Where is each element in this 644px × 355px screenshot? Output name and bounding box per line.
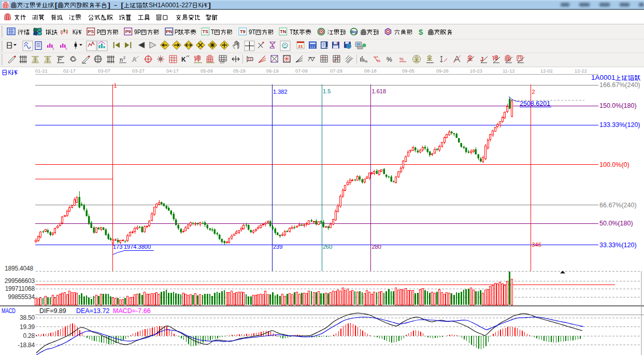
svg-text:173: 173: [113, 244, 122, 250]
svg-text:T9: T9: [240, 29, 246, 34]
svg-text:K: K: [198, 2, 202, 9]
svg-text:1974.3800: 1974.3800: [124, 244, 151, 250]
svg-text:%: %: [387, 56, 392, 63]
svg-text:66.67%(240): 66.67%(240): [599, 202, 637, 209]
svg-text:04-17: 04-17: [166, 68, 179, 74]
svg-text:09-26: 09-26: [436, 68, 449, 74]
svg-text:38.50: 38.50: [20, 314, 35, 321]
svg-text:MACD: MACD: [2, 307, 16, 315]
svg-text:9T: 9T: [249, 29, 256, 36]
svg-text:%: %: [364, 60, 367, 63]
svg-text:299566603: 299566603: [5, 277, 35, 285]
svg-text:12-22: 12-22: [575, 68, 587, 74]
svg-text:02-17: 02-17: [63, 68, 76, 74]
svg-text:2: 2: [123, 56, 125, 60]
svg-text:33.33%(120): 33.33%(120): [599, 242, 637, 249]
svg-text:07-29: 07-29: [330, 68, 342, 74]
svg-text:05-29: 05-29: [233, 68, 246, 74]
svg-text:21: 21: [298, 44, 303, 49]
svg-text:08-18: 08-18: [364, 68, 377, 74]
svg-text:DIF=9.89: DIF=9.89: [39, 307, 66, 315]
svg-text:199711068: 199711068: [5, 285, 35, 292]
svg-text:T: T: [211, 29, 214, 36]
svg-text:150.0%(180): 150.0%(180): [599, 102, 637, 109]
svg-text:1895.4048: 1895.4048: [5, 265, 33, 272]
svg-text:Big: Big: [351, 30, 357, 34]
svg-text:03-07: 03-07: [98, 68, 110, 74]
svg-text:K: K: [8, 69, 12, 76]
svg-text:TS: TS: [203, 29, 209, 34]
svg-text:$: $: [419, 27, 423, 36]
svg-text:1.5: 1.5: [323, 88, 331, 94]
svg-text:P: P: [175, 29, 178, 36]
svg-text:2508.6201: 2508.6201: [520, 100, 550, 107]
svg-text:346: 346: [532, 242, 541, 248]
svg-text:1.382: 1.382: [273, 89, 288, 95]
svg-text:99855534: 99855534: [8, 293, 35, 301]
svg-text:PN: PN: [166, 29, 173, 34]
svg-text:280: 280: [372, 244, 381, 250]
svg-text:J: J: [480, 56, 483, 62]
svg-text:11-12: 11-12: [503, 68, 514, 74]
svg-text:07-09: 07-09: [295, 68, 308, 74]
svg-text:123: 123: [220, 61, 224, 64]
svg-text:03-27: 03-27: [132, 68, 145, 74]
svg-text:9P: 9P: [134, 29, 141, 36]
svg-text:100.0%(0): 100.0%(0): [599, 161, 629, 168]
svg-text:MACD=-7.66: MACD=-7.66: [113, 307, 151, 315]
svg-text:10-23: 10-23: [470, 68, 482, 74]
svg-text:06-19: 06-19: [266, 68, 279, 74]
svg-text:1: 1: [114, 82, 117, 89]
svg-text:T: T: [290, 29, 293, 36]
svg-text:]: ]: [208, 2, 211, 9]
svg-text:-18.84: -18.84: [18, 342, 35, 349]
svg-text:12-02: 12-02: [540, 68, 553, 74]
svg-text:P9: P9: [125, 29, 131, 34]
svg-text:%: %: [399, 56, 404, 62]
svg-text:05-09: 05-09: [201, 68, 213, 74]
svg-text:260: 260: [323, 244, 332, 250]
svg-text:09-05: 09-05: [402, 68, 414, 74]
svg-text:TN: TN: [280, 29, 286, 34]
svg-text:n: n: [120, 56, 123, 63]
svg-text:01-21: 01-21: [35, 68, 48, 74]
svg-text:50.0%(180): 50.0%(180): [599, 220, 633, 227]
svg-text:PS: PS: [88, 29, 94, 34]
svg-text:K: K: [73, 29, 76, 36]
svg-text:P: P: [97, 29, 101, 36]
svg-text:%: %: [377, 59, 380, 63]
svg-text:19.39: 19.39: [20, 323, 35, 331]
svg-text:133.33%(120): 133.33%(120): [599, 121, 640, 129]
svg-text:1A0001: 1A0001: [591, 74, 616, 81]
svg-text:2: 2: [532, 89, 535, 95]
svg-text:1.618: 1.618: [372, 88, 387, 94]
svg-text:0.28: 0.28: [23, 332, 35, 339]
svg-text:K: K: [181, 56, 186, 63]
svg-text:DEA=13.72: DEA=13.72: [76, 307, 109, 315]
svg-text:166.67%(240): 166.67%(240): [599, 81, 640, 89]
svg-text:] - [: ] - [: [108, 2, 125, 9]
svg-text:239: 239: [273, 244, 282, 250]
svg-text:SH1A0001-227: SH1A0001-227: [149, 2, 192, 9]
